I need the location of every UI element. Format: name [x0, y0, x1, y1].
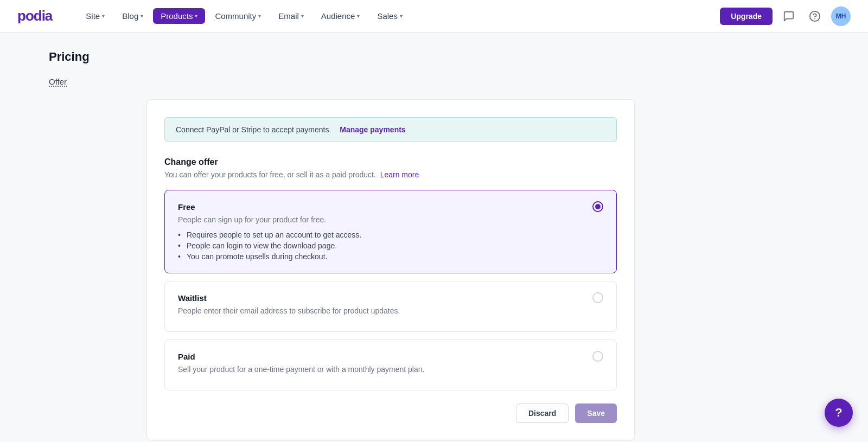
change-offer-desc: You can offer your products for free, or…	[164, 170, 617, 179]
option-cards: Free People can sign up for your product…	[164, 190, 617, 390]
option-title-paid: Paid	[178, 352, 195, 361]
nav-label-audience: Audience	[321, 11, 355, 21]
chat-icon	[783, 10, 795, 22]
option-header-waitlist: Waitlist	[178, 292, 603, 303]
nav-item-community[interactable]: Community▾	[207, 8, 269, 24]
card-footer: Discard Save	[164, 403, 617, 423]
page-content: Pricing Offer Connect PayPal or Stripe t…	[27, 33, 841, 442]
help-fab-button[interactable]: ?	[825, 399, 853, 427]
help-icon-button[interactable]	[805, 7, 825, 26]
nav-chevron-site: ▾	[102, 13, 105, 19]
learn-more-link[interactable]: Learn more	[380, 170, 419, 179]
messages-icon-button[interactable]	[779, 7, 799, 26]
nav-label-site: Site	[86, 11, 100, 21]
radio-inner-free	[595, 204, 601, 209]
nav-chevron-community: ▾	[258, 13, 261, 19]
discard-button[interactable]: Discard	[516, 403, 569, 423]
avatar[interactable]: MH	[831, 7, 851, 26]
nav-item-email[interactable]: Email▾	[271, 8, 311, 24]
save-button[interactable]: Save	[575, 403, 617, 423]
nav-links: Site▾Blog▾Products▾Community▾Email▾Audie…	[78, 8, 720, 24]
bullet-free-2: You can promote upsells during checkout.	[178, 251, 603, 262]
nav-item-blog[interactable]: Blog▾	[114, 8, 151, 24]
option-card-paid[interactable]: Paid Sell your product for a one-time pa…	[164, 339, 617, 390]
option-desc-paid: Sell your product for a one-time payment…	[178, 365, 603, 374]
nav-label-email: Email	[278, 11, 299, 21]
nav-chevron-audience: ▾	[357, 13, 360, 19]
bullet-free-1: People can login to view the download pa…	[178, 240, 603, 251]
option-title-free: Free	[178, 202, 195, 212]
nav-chevron-blog: ▾	[141, 13, 143, 19]
radio-free	[592, 201, 603, 212]
main-card: Connect PayPal or Stripe to accept payme…	[146, 99, 635, 441]
info-banner-text: Connect PayPal or Stripe to accept payme…	[176, 125, 331, 134]
change-offer-title: Change offer	[164, 157, 617, 167]
radio-waitlist	[592, 292, 603, 303]
option-title-waitlist: Waitlist	[178, 293, 207, 303]
page-title: Pricing	[49, 50, 819, 64]
radio-paid	[592, 351, 603, 362]
nav-label-blog: Blog	[122, 11, 138, 21]
nav-item-audience[interactable]: Audience▾	[314, 8, 368, 24]
nav-chevron-sales: ▾	[400, 13, 403, 19]
option-header-paid: Paid	[178, 351, 603, 362]
nav-label-sales: Sales	[377, 11, 398, 21]
bullets-free: Requires people to set up an account to …	[178, 229, 603, 262]
option-card-waitlist[interactable]: Waitlist People enter their email addres…	[164, 281, 617, 332]
nav-item-products[interactable]: Products▾	[153, 8, 205, 24]
change-offer-desc-text: You can offer your products for free, or…	[164, 170, 376, 179]
nav-item-sales[interactable]: Sales▾	[369, 8, 410, 24]
nav-label-community: Community	[215, 11, 256, 21]
nav-chevron-email: ▾	[301, 13, 304, 19]
question-circle-icon	[809, 10, 821, 22]
option-desc-waitlist: People enter their email address to subs…	[178, 306, 603, 315]
upgrade-button[interactable]: Upgrade	[720, 8, 773, 25]
navbar: podia Site▾Blog▾Products▾Community▾Email…	[0, 0, 868, 33]
nav-item-site[interactable]: Site▾	[78, 8, 112, 24]
bullet-free-0: Requires people to set up an account to …	[178, 229, 603, 240]
manage-payments-link[interactable]: Manage payments	[340, 125, 405, 134]
brand-logo[interactable]: podia	[17, 8, 52, 24]
navbar-right: Upgrade MH	[720, 7, 851, 26]
option-card-free[interactable]: Free People can sign up for your product…	[164, 190, 617, 273]
nav-chevron-products: ▾	[195, 13, 197, 19]
option-desc-free: People can sign up for your product for …	[178, 215, 603, 224]
info-banner: Connect PayPal or Stripe to accept payme…	[164, 117, 617, 142]
option-header-free: Free	[178, 201, 603, 212]
offer-link[interactable]: Offer	[49, 77, 67, 86]
nav-label-products: Products	[161, 11, 193, 21]
